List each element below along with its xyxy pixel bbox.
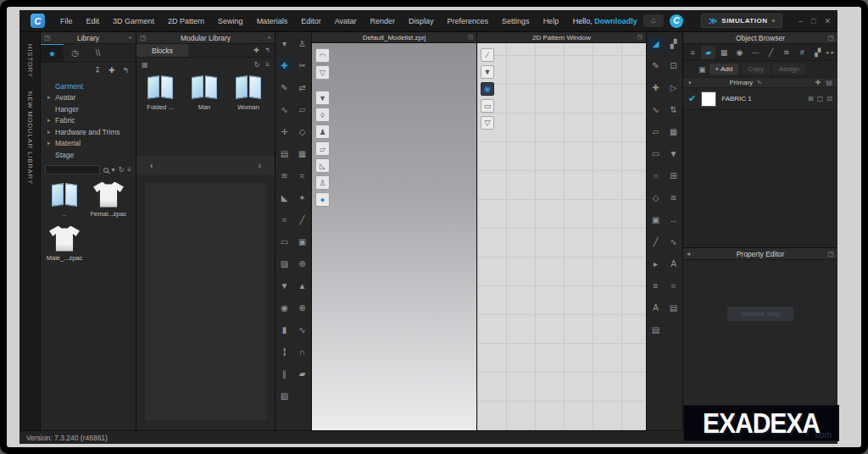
add-point-icon[interactable]: ✚	[648, 80, 664, 95]
measure-2d-icon[interactable]: ↔	[666, 212, 682, 227]
fabric-swatch[interactable]	[701, 91, 716, 107]
scroll-left-icon[interactable]: ◂	[826, 49, 829, 56]
prev-page-icon[interactable]: ‹	[150, 161, 153, 170]
select-tool-icon[interactable]: ▾	[277, 36, 292, 51]
arrangement-display-icon[interactable]: ▱	[315, 141, 330, 156]
import-icon[interactable]: ↧	[94, 66, 101, 75]
avatar-tool-icon[interactable]: ♙	[295, 36, 310, 51]
shirt-display-icon[interactable]: ▼	[315, 91, 330, 105]
next-page-icon[interactable]: ›	[259, 161, 261, 170]
paper-display-icon[interactable]: ▭	[481, 99, 494, 113]
solidify-tool-icon[interactable]: ◇	[295, 124, 310, 139]
pattern-display-icon[interactable]: ▼	[481, 65, 494, 79]
popout-icon[interactable]: ◳	[467, 34, 473, 41]
pin-tool-icon[interactable]: ✛	[277, 124, 292, 139]
dart-tool-icon[interactable]: ◇	[648, 190, 664, 205]
collapse-caret-icon[interactable]: ▾	[688, 80, 692, 86]
arrangement-tool-icon[interactable]: ▱	[295, 102, 310, 117]
popout-icon[interactable]: ◳	[637, 34, 643, 41]
fur-tool-icon[interactable]: ✶	[295, 190, 310, 205]
tree-item-hardware-and-trims[interactable]: ▸Hardware and Trims	[47, 126, 136, 138]
globe-display-icon[interactable]: ●	[315, 192, 330, 207]
menu-item-help[interactable]: Help	[537, 17, 566, 25]
circle-tool-icon[interactable]: ○	[648, 168, 664, 183]
expand-arrow-icon[interactable]: ▸	[47, 129, 55, 136]
tape-measure-tool-icon[interactable]: ⇄	[295, 80, 310, 95]
texture-tool-icon[interactable]: ▦	[666, 124, 682, 139]
scroll-right-icon[interactable]: ▸	[831, 49, 834, 56]
refresh-icon[interactable]: ↻	[254, 61, 260, 69]
list-item-femal-zpac[interactable]: Femal...zpac	[86, 182, 131, 218]
move-tool-icon[interactable]: ✚	[277, 58, 292, 73]
pin-display-icon[interactable]: ◊	[315, 108, 330, 122]
add-panel-icon[interactable]: +	[267, 34, 271, 42]
viewport-3d-canvas[interactable]: ◠▽▼◊♟▱◺♙●	[312, 43, 476, 430]
avatar-display-icon[interactable]: ♟	[315, 125, 330, 139]
popout-icon[interactable]: ◳	[827, 250, 834, 257]
app-logo-icon[interactable]: C	[31, 14, 45, 28]
menu-item-sewing[interactable]: Sewing	[211, 17, 250, 25]
segment-sewing-tool-icon[interactable]: ≋	[277, 168, 292, 183]
menu-item-materials[interactable]: Materials	[250, 17, 295, 25]
check-icon[interactable]: ✔	[688, 93, 696, 104]
edit-pattern-tool-icon[interactable]: ✎	[277, 80, 292, 95]
buttonhole-tool-icon[interactable]: ▮	[277, 322, 292, 337]
pressure-tool-icon[interactable]: ⊗	[295, 300, 310, 315]
menu-item-settings[interactable]: Settings	[495, 17, 537, 25]
polygon-tool-icon[interactable]: ▱	[648, 124, 664, 139]
search-filter-caret-icon[interactable]: ▾	[112, 166, 115, 174]
add-panel-icon[interactable]: +	[128, 34, 132, 42]
shirt-tool-icon[interactable]: ▼	[666, 146, 682, 161]
baseline-tool-icon[interactable]: ╱	[648, 234, 664, 249]
menu-item-edit[interactable]: Edit	[80, 17, 107, 25]
edit-icon[interactable]: ✎	[757, 80, 762, 86]
topstitch-tab-icon[interactable]: ╱	[764, 46, 778, 59]
strengthen-tool-icon[interactable]: ▰	[295, 366, 310, 381]
tree-item-hanger[interactable]: Hanger	[47, 103, 136, 115]
button-tab-icon[interactable]: ◉	[732, 46, 747, 59]
stitch-brush-tool-icon[interactable]: ╱	[295, 212, 310, 227]
expand-arrow-icon[interactable]: ▸	[47, 94, 55, 101]
seam-allowance-icon[interactable]: ≡	[648, 278, 664, 293]
grade-tool-icon[interactable]: ≋	[666, 190, 682, 205]
placement-tab-icon[interactable]: ▞	[810, 46, 825, 59]
close-button[interactable]: ✕	[824, 17, 831, 25]
recent-tab-icon[interactable]: ◷	[64, 44, 86, 62]
tuck-tool-icon[interactable]: ▼	[277, 278, 292, 293]
expand-arrow-icon[interactable]: ▸	[47, 140, 55, 147]
view-mode-icon[interactable]: ≡	[127, 166, 131, 174]
text-tool-icon[interactable]: A	[666, 256, 682, 271]
list-item-woman[interactable]: Woman	[226, 75, 270, 141]
trim-tool-icon[interactable]: ⊕	[295, 256, 310, 271]
menu-item-2d-pattern[interactable]: 2D Pattern	[161, 17, 211, 25]
print-layout-icon[interactable]: ⊞	[666, 168, 682, 183]
copy-fabric-icon[interactable]: ▢	[817, 95, 824, 102]
delete-fabric-icon[interactable]: ⊡	[826, 95, 832, 102]
popout-icon[interactable]: ◳	[140, 34, 147, 42]
tree-item-avatar[interactable]: ▸Avatar	[47, 92, 136, 104]
hanger-tool-icon[interactable]: ∩	[295, 344, 310, 359]
expand-fabric-icon[interactable]: ⊞	[808, 95, 814, 102]
zigzag-tool-icon[interactable]: ≈	[666, 278, 682, 293]
comb-tool-icon[interactable]: ▤	[666, 300, 682, 315]
sewing-machine-tool-icon[interactable]: ▤	[277, 146, 292, 161]
shoe-display-icon[interactable]: ◺	[315, 158, 330, 173]
smooth-tool-icon[interactable]: ∿	[295, 322, 310, 337]
menu-item-render[interactable]: Render	[364, 17, 403, 25]
simulation-button[interactable]: ≫ SIMULATION ▾	[701, 14, 782, 28]
info-display-icon[interactable]: ◉	[481, 82, 494, 96]
menu-item-avatar[interactable]: Avatar	[328, 17, 364, 25]
minimize-button[interactable]: –	[798, 17, 803, 25]
steam-tool-icon[interactable]: ≈	[295, 168, 310, 183]
add-folder-icon[interactable]: ▣	[698, 65, 706, 74]
reset-layout-icon[interactable]: ⊡	[666, 58, 682, 73]
tree-item-garment[interactable]: Garment	[47, 80, 136, 92]
dock-tab-history[interactable]: HISTORY	[26, 44, 34, 78]
refresh-icon[interactable]: ↻	[119, 166, 125, 174]
assign-fabric-button[interactable]: Assign	[773, 64, 805, 75]
add-icon[interactable]: ✚	[815, 79, 821, 86]
parent-folder-icon[interactable]: ↰	[122, 66, 129, 75]
pleat-tool-icon[interactable]: ∥	[277, 366, 292, 381]
dock-tab-new-modular-library[interactable]: NEW MODULAR LIBRARY	[26, 91, 34, 185]
annotation-tool-icon[interactable]: A	[648, 300, 664, 315]
